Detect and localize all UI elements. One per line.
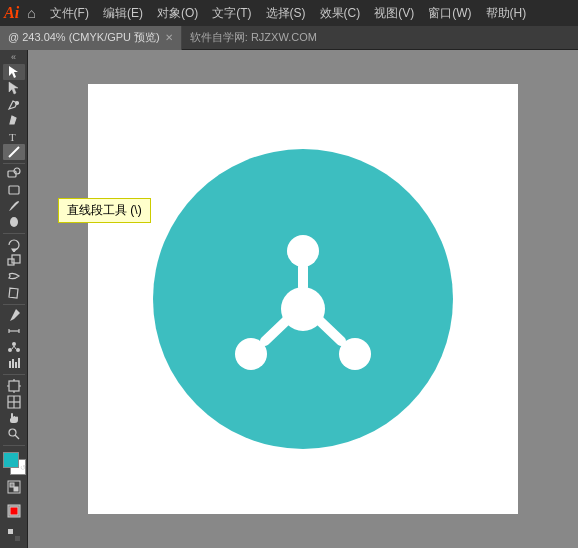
svg-rect-22: [12, 359, 14, 368]
artboard-tool-btn[interactable]: [3, 378, 25, 394]
menu-select[interactable]: 选择(S): [260, 3, 312, 24]
svg-rect-10: [8, 259, 14, 265]
svg-line-34: [15, 435, 19, 439]
bar-graph-tool-btn[interactable]: [3, 355, 25, 371]
color-swatches[interactable]: ↺: [1, 450, 27, 472]
svg-point-17: [8, 348, 12, 352]
svg-marker-9: [12, 249, 16, 252]
toolbar-divider-3: [3, 304, 25, 305]
canvas-content: [88, 84, 518, 514]
menu-items: 文件(F) 编辑(E) 对象(O) 文字(T) 选择(S) 效果(C) 视图(V…: [44, 3, 533, 24]
paintbrush-tool-btn[interactable]: [3, 198, 25, 214]
svg-line-4: [9, 147, 19, 157]
app-logo: Ai: [4, 4, 19, 22]
blob-brush-tool-btn[interactable]: [3, 214, 25, 230]
svg-rect-25: [9, 381, 19, 391]
menu-help[interactable]: 帮助(H): [480, 3, 533, 24]
svg-rect-41: [15, 536, 20, 541]
line-segment-tool-btn[interactable]: [3, 144, 25, 160]
toolbar-divider-4: [3, 374, 25, 375]
toolbar-divider-1: [3, 163, 25, 164]
tab-bar: @ 243.04% (CMYK/GPU 预览) ✕ 软件自学网: RJZXW.C…: [0, 26, 578, 50]
svg-rect-40: [8, 529, 13, 534]
scale-tool-btn[interactable]: [3, 253, 25, 269]
menu-effect[interactable]: 效果(C): [314, 3, 367, 24]
svg-rect-36: [10, 483, 14, 487]
pen-tool-btn[interactable]: [3, 96, 25, 112]
selection-tool-btn[interactable]: [3, 64, 25, 80]
rect-ellipse-tool-btn[interactable]: [3, 166, 25, 182]
pencil-tool-btn[interactable]: [3, 112, 25, 128]
slice-tool-btn[interactable]: [3, 394, 25, 410]
svg-rect-21: [9, 361, 11, 368]
foreground-color-swatch[interactable]: [3, 452, 19, 468]
svg-rect-5: [8, 171, 16, 177]
screen-mode-btn[interactable]: [3, 476, 25, 498]
svg-marker-1: [9, 82, 18, 94]
menu-object[interactable]: 对象(O): [151, 3, 204, 24]
svg-text:T: T: [9, 131, 16, 143]
menu-view[interactable]: 视图(V): [368, 3, 420, 24]
eyedropper-tool-btn[interactable]: [3, 307, 25, 323]
direct-select-tool-btn[interactable]: [3, 80, 25, 96]
menu-window[interactable]: 窗口(W): [422, 3, 477, 24]
svg-marker-12: [9, 288, 18, 298]
rectangle-tool-btn[interactable]: [3, 182, 25, 198]
drawing-mode-btn[interactable]: [3, 524, 25, 546]
toolbar: « T: [0, 50, 28, 548]
tab-label-2[interactable]: 软件自学网: RJZXW.COM: [182, 30, 325, 45]
svg-line-47: [265, 321, 286, 341]
menu-bar: Ai ⌂ 文件(F) 编辑(E) 对象(O) 文字(T) 选择(S) 效果(C)…: [0, 0, 578, 26]
free-distort-tool-btn[interactable]: [3, 285, 25, 301]
svg-line-20: [14, 346, 16, 349]
svg-rect-37: [14, 487, 18, 491]
zoom-tool-btn[interactable]: [3, 426, 25, 442]
svg-rect-7: [9, 186, 19, 194]
tab-active[interactable]: @ 243.04% (CMYK/GPU 预览) ✕: [0, 26, 182, 50]
collapse-arrows-icon: «: [11, 52, 16, 62]
svg-point-18: [16, 348, 20, 352]
svg-point-33: [9, 429, 16, 436]
canvas-area[interactable]: 直线段工具 (\): [28, 50, 578, 548]
menu-edit[interactable]: 编辑(E): [97, 3, 149, 24]
toolbar-collapse-btn[interactable]: «: [0, 52, 27, 62]
svg-point-2: [15, 101, 18, 104]
rotate-tool-btn[interactable]: [3, 237, 25, 253]
svg-rect-39: [10, 507, 18, 515]
symbol-tool-btn[interactable]: [3, 339, 25, 355]
toolbar-divider-2: [3, 233, 25, 234]
warp-tool-btn[interactable]: [3, 269, 25, 285]
svg-marker-0: [9, 66, 18, 78]
svg-line-48: [320, 321, 341, 341]
molecule-icon: [153, 149, 453, 449]
svg-rect-24: [18, 358, 20, 368]
toolbar-divider-5: [3, 445, 25, 446]
home-icon[interactable]: ⌂: [27, 5, 35, 21]
tool-extras: [3, 476, 25, 546]
hand-tool-btn[interactable]: [3, 410, 25, 426]
menu-text[interactable]: 文字(T): [206, 3, 257, 24]
workspace: « T: [0, 50, 578, 548]
molecule-svg: [203, 199, 403, 399]
menu-file[interactable]: 文件(F): [44, 3, 95, 24]
type-tool-btn[interactable]: T: [3, 128, 25, 144]
tab-close-1[interactable]: ✕: [165, 32, 173, 43]
color-reset-icon[interactable]: ↺: [20, 464, 26, 472]
svg-point-8: [10, 217, 18, 227]
svg-point-16: [12, 342, 16, 346]
measure-tool-btn[interactable]: [3, 323, 25, 339]
svg-rect-23: [15, 362, 17, 368]
tab-label-1: @ 243.04% (CMYK/GPU 预览): [8, 30, 160, 45]
change-screen-mode-btn[interactable]: [3, 500, 25, 522]
